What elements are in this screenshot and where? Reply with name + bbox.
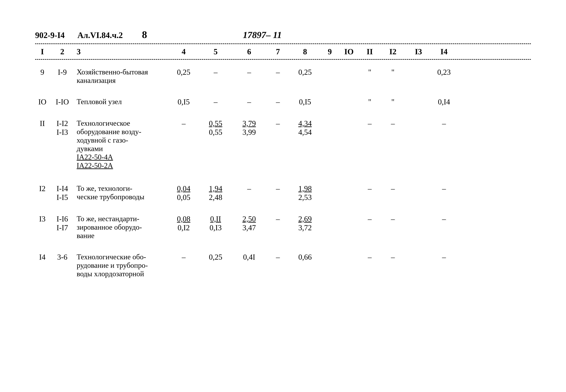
cell-r11-c5: 0,55 0,55 [200, 119, 232, 137]
cell-r14-c1: I4 [35, 252, 50, 261]
col-header-14: I4 [431, 47, 457, 56]
cell-r14-c8: 0,66 [289, 252, 321, 261]
cell-r10-c14: 0,I4 [431, 98, 457, 106]
cell-r14-c2: 3-6 [50, 252, 75, 261]
cell-r10-c7: – [267, 98, 289, 106]
cell-r10-c1: IO [35, 98, 50, 106]
cell-r9-c10 [339, 66, 359, 68]
cell-r9-c9 [321, 66, 339, 68]
table-row: IO I-IO Тепловой узел 0,I5 – – – 0,I5 " … [35, 91, 531, 112]
cell-r11-c4: – [168, 119, 200, 128]
cell-r10-c11: " [359, 98, 380, 106]
header-right: 17897– 11 [243, 29, 282, 40]
cell-r13-c6: 2,50 3,47 [232, 214, 267, 232]
cell-r14-c3: Технологические обо- рудование и трубопр… [75, 252, 168, 278]
col-header-5: 5 [200, 47, 232, 56]
table-row: I4 3-6 Технологические обо- рудование и … [35, 246, 531, 284]
cell-r9-c4: 0,25 [168, 66, 200, 76]
cell-r11-c2: I-I2 I-I3 [50, 119, 75, 137]
header-row: 902-9-I4 Ал.VI.84.ч.2 8 17897– 11 [35, 29, 531, 41]
col-header-2: 2 [50, 47, 75, 56]
col-header-12: I2 [380, 47, 406, 56]
cell-r10-c4: 0,I5 [168, 98, 200, 106]
cell-r9-c11: " [359, 66, 380, 76]
data-rows: 9 I-9 Хозяйственно-бытоваяканализация 0,… [35, 60, 531, 284]
cell-r14-c5: 0,25 [200, 252, 232, 261]
cell-r10-c3: Тепловой узел [75, 98, 168, 106]
col-header-3: 3 [75, 47, 168, 56]
col-header-13: I3 [406, 47, 431, 56]
cell-r14-c14: – [431, 252, 457, 261]
cell-r13-c11: – [359, 214, 380, 223]
cell-r14-c11: – [359, 252, 380, 261]
cell-r14-c6: 0,4I [232, 252, 267, 261]
cell-r13-c5: 0,II 0,I3 [200, 214, 232, 232]
cell-r9-c1: 9 [35, 66, 50, 76]
cell-r10-c5: – [200, 98, 232, 106]
cell-r11-c11: – [359, 119, 380, 128]
table-row: 9 I-9 Хозяйственно-бытоваяканализация 0,… [35, 60, 531, 91]
cell-r9-c8: 0,25 [289, 66, 321, 76]
cell-r13-c3: То же, нестандарти- зированное оборудо- … [75, 214, 168, 240]
table-row: I3 I-I6 I-I7 То же, нестандарти- зирован… [35, 208, 531, 246]
cell-r10-c6: – [232, 98, 267, 106]
cell-r12-c6: – [232, 184, 267, 193]
cell-r14-c4: – [168, 252, 200, 261]
cell-r12-c4: 0,04 0,05 [168, 184, 200, 202]
cell-r11-c8: 4,34 4,54 [289, 119, 321, 137]
cell-r12-c1: I2 [35, 184, 50, 193]
col-header-8: 8 [289, 47, 321, 56]
col-header-10: IO [339, 47, 359, 56]
header-center-num: 8 [142, 29, 147, 41]
col-header-9: 9 [321, 47, 339, 56]
col-header-7: 7 [267, 47, 289, 56]
cell-r11-c3: Технологическое оборудование возду- ходу… [75, 119, 168, 170]
column-headers: I 2 3 4 5 6 7 8 9 IO II I2 I3 I4 [35, 44, 531, 60]
table-row: I2 I-I4 I-I5 То же, технологи- ческие тр… [35, 178, 531, 208]
cell-r11-c1: II [35, 119, 50, 128]
cell-r12-c3: То же, технологи- ческие трубопроводы [75, 184, 168, 201]
cell-r12-c8: 1,98 2,53 [289, 184, 321, 202]
cell-r10-c2: I-IO [50, 98, 75, 106]
cell-r14-c12: – [380, 252, 406, 261]
cell-r12-c2: I-I4 I-I5 [50, 184, 75, 202]
cell-r12-c5: 1,94 2,48 [200, 184, 232, 202]
cell-r9-c14: 0,23 [431, 66, 457, 76]
cell-r12-c11: – [359, 184, 380, 193]
cell-r11-c6: 3,79 3,99 [232, 119, 267, 137]
cell-r14-c7: – [267, 252, 289, 261]
cell-r12-c12: – [380, 184, 406, 193]
cell-r13-c7: – [267, 214, 289, 223]
cell-r13-c12: – [380, 214, 406, 223]
col-header-1: I [35, 47, 50, 56]
cell-r9-c5: – [200, 66, 232, 76]
cell-r13-c2: I-I6 I-I7 [50, 214, 75, 232]
header-center-label: Ал.VI.84.ч.2 [77, 30, 123, 40]
cell-r9-c7: – [267, 66, 289, 76]
cell-r12-c14: – [431, 184, 457, 193]
page: 902-9-I4 Ал.VI.84.ч.2 8 17897– 11 I 2 3 … [0, 0, 566, 392]
col-header-11: II [359, 47, 380, 56]
cell-r10-c12: " [380, 98, 406, 106]
cell-r13-c14: – [431, 214, 457, 223]
header-left: 902-9-I4 [35, 30, 65, 40]
cell-r9-c2: I-9 [50, 66, 75, 76]
cell-r11-c12: – [380, 119, 406, 128]
cell-r12-c7: – [267, 184, 289, 193]
col-header-6: 6 [232, 47, 267, 56]
cell-r9-c12: " [380, 66, 406, 76]
cell-r11-c14: – [431, 119, 457, 128]
cell-r13-c8: 2,69 3,72 [289, 214, 321, 232]
cell-r10-c8: 0,I5 [289, 98, 321, 106]
cell-r9-c3: Хозяйственно-бытоваяканализация [75, 66, 168, 85]
cell-r13-c1: I3 [35, 214, 50, 223]
cell-r11-c7: – [267, 119, 289, 128]
cell-r13-c4: 0,08 0,I2 [168, 214, 200, 232]
col-header-4: 4 [168, 47, 200, 56]
cell-r9-c6: – [232, 66, 267, 76]
cell-r9-c13 [406, 66, 431, 68]
table-row: II I-I2 I-I3 Технологическое оборудовани… [35, 112, 531, 178]
